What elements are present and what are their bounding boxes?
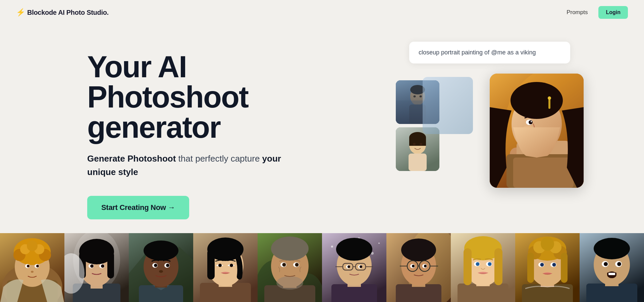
generated-photo-large <box>490 74 584 188</box>
svg-point-15 <box>413 143 416 145</box>
svg-rect-12 <box>409 154 427 171</box>
svg-point-134 <box>488 262 492 266</box>
svg-point-6 <box>414 95 416 97</box>
gallery-item <box>580 233 644 302</box>
svg-rect-161 <box>608 273 615 275</box>
svg-point-91 <box>331 246 333 248</box>
svg-point-66 <box>154 264 157 267</box>
svg-point-114 <box>401 239 436 261</box>
svg-point-132 <box>476 262 480 266</box>
photo-stack-bg <box>423 77 473 134</box>
svg-point-87 <box>282 263 286 267</box>
svg-point-121 <box>412 265 415 267</box>
svg-rect-14 <box>409 137 426 146</box>
svg-point-16 <box>420 143 422 145</box>
gallery-item <box>193 233 258 302</box>
logo-text: Blockode AI Photo Studio. <box>27 9 109 16</box>
gallery-item <box>451 233 515 302</box>
svg-point-30 <box>531 121 532 122</box>
svg-point-41 <box>27 241 38 251</box>
svg-point-69 <box>159 270 163 273</box>
header: ⚡ Blockode AI Photo Studio. Prompts Logi… <box>0 0 644 25</box>
svg-rect-26 <box>548 99 550 109</box>
prompt-display-box: closeup portrait painting of @me as a vi… <box>409 42 570 63</box>
login-button[interactable]: Login <box>598 6 628 19</box>
svg-point-148 <box>540 263 544 267</box>
svg-point-106 <box>347 265 350 268</box>
svg-point-7 <box>420 95 422 97</box>
svg-point-85 <box>276 276 303 290</box>
gallery-item <box>64 233 129 302</box>
svg-point-43 <box>27 265 30 267</box>
svg-point-157 <box>604 262 608 266</box>
svg-point-159 <box>617 262 621 266</box>
prompt-text: closeup portrait painting of @me as a vi… <box>419 49 536 56</box>
svg-rect-75 <box>207 249 215 279</box>
svg-point-27 <box>548 96 551 100</box>
svg-point-123 <box>424 265 427 267</box>
gallery-strip <box>0 233 644 302</box>
gallery-item <box>129 233 193 302</box>
svg-point-76 <box>218 264 222 267</box>
svg-point-144 <box>541 237 554 251</box>
svg-point-58 <box>101 264 104 268</box>
gallery-item <box>258 233 322 302</box>
hero-section: Your AI Photoshoot generator Generate Ph… <box>0 25 644 233</box>
svg-point-94 <box>378 243 380 244</box>
cta-button[interactable]: Start Creating Now → <box>87 196 189 219</box>
svg-point-56 <box>90 264 94 268</box>
navigation: Prompts Login <box>567 6 628 19</box>
hero-title: Your AI Photoshoot generator <box>87 52 295 142</box>
gallery-item <box>515 233 580 302</box>
svg-point-89 <box>295 263 299 267</box>
svg-point-25 <box>511 82 563 119</box>
svg-point-64 <box>144 241 178 261</box>
svg-point-99 <box>336 238 372 261</box>
svg-point-84 <box>271 236 309 261</box>
svg-rect-145 <box>527 253 534 283</box>
svg-point-150 <box>552 263 556 267</box>
gallery-item <box>322 233 386 302</box>
logo: ⚡ Blockode AI Photo Studio. <box>16 8 109 17</box>
svg-point-29 <box>529 120 533 124</box>
hero-subtitle: Generate Photoshoot that perfectly captu… <box>87 152 295 179</box>
gallery-item <box>386 233 451 302</box>
svg-rect-125 <box>458 284 508 302</box>
gallery-item <box>0 233 64 302</box>
bolt-icon: ⚡ <box>16 8 25 17</box>
svg-rect-130 <box>494 248 502 285</box>
svg-point-45 <box>36 265 39 267</box>
svg-rect-146 <box>561 253 568 283</box>
svg-rect-152 <box>586 284 637 302</box>
svg-point-68 <box>166 264 169 267</box>
prompts-nav-link[interactable]: Prompts <box>567 9 588 16</box>
svg-rect-129 <box>464 248 472 285</box>
svg-point-77 <box>230 264 233 267</box>
svg-point-155 <box>594 238 630 259</box>
hero-demo-area: closeup portrait painting of @me as a vi… <box>396 42 584 210</box>
svg-rect-22 <box>513 158 574 188</box>
svg-point-46 <box>31 271 34 273</box>
photos-demo <box>396 74 584 195</box>
svg-point-108 <box>360 265 362 268</box>
hero-left-content: Your AI Photoshoot generator Generate Ph… <box>87 45 295 219</box>
svg-rect-54 <box>107 252 114 278</box>
